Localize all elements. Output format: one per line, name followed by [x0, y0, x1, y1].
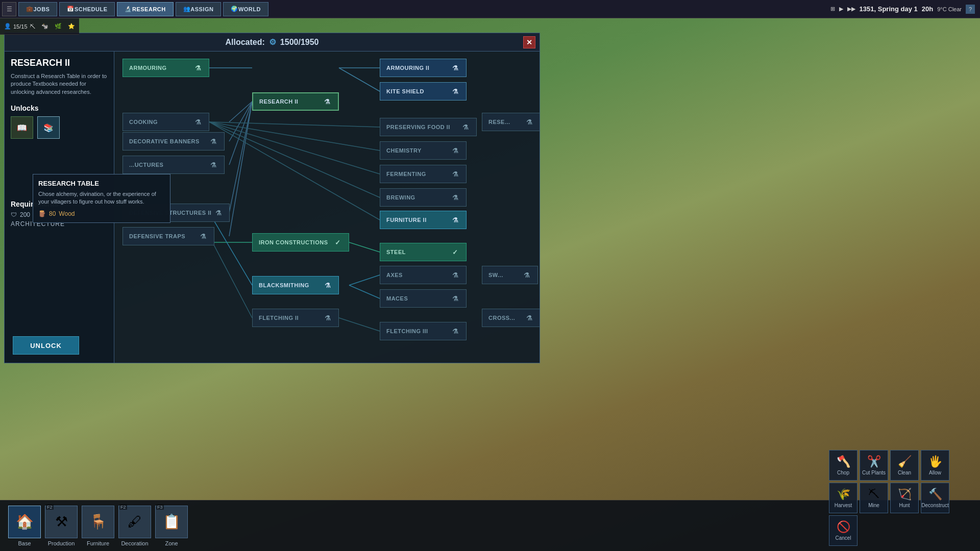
node-blacksmithing[interactable]: BLACKSMITHING ⚗ — [252, 276, 339, 294]
tab-world[interactable]: 🌍 WORLD — [223, 2, 268, 16]
worker-icon: 👤 — [4, 23, 11, 30]
close-button[interactable]: ✕ — [523, 36, 535, 48]
rese-icon: ⚗ — [525, 117, 534, 127]
worker-value: 15/15 — [13, 23, 28, 30]
unlock-icon-book[interactable]: 📖 — [11, 116, 33, 139]
bottom-item-furniture[interactable]: 🪑 Furniture — [82, 506, 114, 546]
help-icon[interactable]: ? — [966, 5, 975, 14]
decorative-banners-label: DECORATIVE BANNERS — [129, 138, 200, 144]
structures-label: ...UCTURES — [129, 162, 163, 168]
production-label: Production — [48, 540, 75, 546]
resource-item-1: 🐄 — [41, 23, 48, 30]
harvest-icon: 🌾 — [837, 488, 850, 501]
allow-button[interactable]: 🖐 Allow — [921, 450, 949, 481]
cut-plants-button[interactable]: ✂️ Cut Plants — [860, 450, 888, 481]
svg-line-11 — [209, 122, 380, 197]
wood-icon: 🪵 — [38, 210, 46, 217]
node-defensive-traps[interactable]: DEFENSIVE TRAPS ⚗ — [122, 227, 214, 245]
node-armouring[interactable]: ARMOURING ⚗ — [122, 59, 209, 77]
defensive-structures2-icon: ⚗ — [214, 208, 223, 217]
node-research2[interactable]: RESEARCH II ⚗ — [252, 92, 339, 111]
tooltip-box: RESEARCH TABLE Chose alchemy, divination… — [33, 174, 170, 223]
resource-item-2: 🌿 — [55, 23, 62, 30]
jobs-icon: 💼 — [26, 6, 34, 12]
steel-icon: ✓ — [451, 247, 460, 257]
tooltip-cost: 🪵 80 Wood — [38, 210, 165, 217]
chop-button[interactable]: 🪓 Chop — [829, 450, 857, 481]
clean-button[interactable]: 🧹 Clean — [890, 450, 919, 481]
furniture-icon: 🪑 — [89, 513, 107, 530]
furniture-label: Furniture — [87, 540, 109, 546]
node-rese[interactable]: RESE... ⚗ — [482, 113, 540, 131]
node-chemistry[interactable]: CHEMISTRY ⚗ — [380, 141, 467, 160]
bottom-item-decoration[interactable]: F2 🖋 Decoration — [118, 506, 151, 546]
svg-line-18 — [209, 236, 252, 318]
node-steel[interactable]: STEEL ✓ — [380, 243, 467, 261]
tab-jobs[interactable]: 💼 JOBS — [18, 2, 57, 16]
harvest-button[interactable]: 🌾 Harvest — [829, 483, 857, 513]
zone-label: Zone — [165, 540, 178, 546]
tab-assign[interactable]: 👥 ASSIGN — [176, 2, 222, 16]
frame-icon: ⊞ — [830, 6, 835, 12]
unlock-icon-research-table[interactable]: 📚 — [37, 116, 60, 139]
node-sw[interactable]: SW... ⚗ — [482, 266, 538, 284]
decoration-icon: 🖋 — [128, 513, 142, 530]
armouring-icon: ⚗ — [193, 63, 203, 72]
svg-line-14 — [349, 242, 380, 252]
resource-bar: 👤 15/15 ⛏ 🐄 🌿 ⭐ — [0, 18, 79, 35]
iron-constructions-label: IRON CONSTRUCTIONS — [259, 239, 328, 245]
node-cross[interactable]: CROSS... ⚗ — [482, 309, 540, 327]
node-fletching3[interactable]: FLETCHING III ⚗ — [380, 322, 467, 340]
armouring2-label: ARMOURING II — [386, 65, 429, 71]
node-axes[interactable]: AXES ⚗ — [380, 266, 467, 284]
cooking-label: COOKING — [129, 119, 158, 125]
fast-forward-icon[interactable]: ▶▶ — [847, 6, 855, 12]
mine-button[interactable]: ⛏ Mine — [860, 483, 888, 513]
shield-icon: 🛡 — [11, 211, 17, 218]
node-furniture2[interactable]: FURNITURE II ⚗ — [380, 211, 467, 229]
zone-icon-box: 📋 — [155, 506, 188, 538]
cancel-icon: 🚫 — [837, 520, 850, 534]
hunt-button[interactable]: 🏹 Hunt — [890, 483, 919, 513]
deconstruct-button[interactable]: 🔨 Deconstruct — [921, 483, 949, 513]
node-fletching2[interactable]: FLETCHING II ⚗ — [252, 309, 339, 327]
unlock-button[interactable]: UNLOCK — [13, 336, 79, 355]
svg-line-15 — [209, 213, 252, 285]
tab-world-label: WORLD — [238, 6, 261, 12]
tooltip-title: RESEARCH TABLE — [38, 180, 165, 187]
node-iron-constructions[interactable]: IRON CONSTRUCTIONS ✓ — [252, 233, 349, 252]
mine-icon: ⛏ — [868, 488, 879, 501]
axes-icon: ⚗ — [451, 270, 460, 280]
production-icon-box: ⚒ — [45, 506, 78, 538]
worker-count: 👤 15/15 ⛏ — [4, 23, 35, 30]
tab-schedule[interactable]: 📅 SCHEDULE — [59, 2, 115, 16]
chop-label: Chop — [837, 470, 849, 475]
menu-icon[interactable]: ☰ — [2, 2, 16, 16]
node-maces[interactable]: MACES ⚗ — [380, 289, 467, 308]
book-icon: 📖 — [17, 123, 27, 133]
bottom-item-zone[interactable]: F3 📋 Zone — [155, 506, 188, 546]
date-display: 1351, Spring day 1 — [860, 5, 918, 13]
node-cooking[interactable]: COOKING ⚗ — [122, 113, 209, 131]
tab-research[interactable]: 🔬 RESEARCH — [117, 2, 173, 16]
node-fermenting[interactable]: FERMENTING ⚗ — [380, 165, 467, 183]
allocated-label: Allocated: — [226, 38, 265, 47]
f2-key: F2 — [46, 505, 54, 510]
tab-assign-label: ASSIGN — [190, 6, 213, 12]
bottom-item-base[interactable]: 🏠 Base — [8, 506, 41, 546]
svg-line-7 — [229, 102, 252, 236]
node-decorative-banners[interactable]: DECORATIVE BANNERS ⚗ — [122, 132, 225, 151]
node-armouring2[interactable]: ARMOURING II ⚗ — [380, 59, 467, 77]
cancel-button[interactable]: 🚫 Cancel — [829, 515, 857, 546]
node-kite-shield[interactable]: KITE SHIELD ⚗ — [380, 82, 467, 101]
node-preserving-food2[interactable]: PRESERVING FOOD II ⚗ — [380, 118, 477, 136]
research-tree-area: ARMOURING ⚗ ARMOURING II ⚗ KITE SHIELD ⚗… — [114, 52, 540, 363]
research-sidebar: RESEARCH II Construct a Research Table i… — [5, 52, 114, 363]
play-icon[interactable]: ▶ — [839, 6, 843, 12]
research2-icon: ⚗ — [323, 97, 332, 106]
node-brewing[interactable]: BREWING ⚗ — [380, 188, 467, 207]
mine-label: Mine — [868, 503, 879, 508]
bottom-item-production[interactable]: F2 ⚒ Production — [45, 506, 78, 546]
svg-line-16 — [349, 275, 380, 285]
node-structures[interactable]: ...UCTURES ⚗ — [122, 156, 225, 174]
